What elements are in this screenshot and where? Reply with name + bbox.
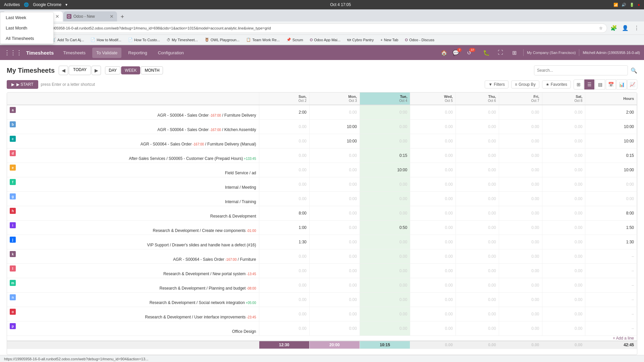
row-letter: l: [10, 265, 16, 272]
calendar-view-button[interactable]: 📅: [606, 79, 616, 89]
table-row[interactable]: d After-Sales Services / S00065 - Custom…: [7, 148, 637, 163]
dropdown-arrow[interactable]: ▾: [65, 2, 67, 7]
debug-icon[interactable]: 🐛: [481, 47, 492, 58]
row-badge: -23:45: [246, 315, 256, 319]
filters-button[interactable]: ▼ Filters: [485, 80, 508, 88]
cell-value: 0.00: [309, 278, 360, 293]
nav-timesheets[interactable]: Timesheets: [59, 48, 90, 58]
month-button[interactable]: MONTH: [141, 66, 163, 74]
tab-close-timesheets[interactable]: ✕: [55, 14, 59, 19]
bookmark-howto-modif[interactable]: 📄 How to Modif...: [88, 37, 124, 43]
home-button[interactable]: 🏠: [439, 47, 449, 58]
bookmark-howto-custo[interactable]: 📄 How To Custo...: [125, 37, 163, 43]
cell-value: 0.00: [360, 134, 410, 148]
timer-icon: ⏱: [167, 38, 170, 42]
today-button[interactable]: TODAY: [69, 66, 91, 75]
bookmark-teamwork[interactable]: 📋 Team Work Re...: [244, 37, 282, 43]
table-row[interactable]: g Internal / Training 0.00 0:00 0.00 0.0…: [7, 192, 637, 206]
table-row[interactable]: k AGR - S00064 - Sales Order -167:00 / F…: [7, 249, 637, 264]
total-thu: 0.00: [455, 341, 499, 349]
user-name[interactable]: Mitchell Admin (19905958-16-0-all): [583, 51, 640, 55]
nav-to-validate[interactable]: To Validate Last Week Last Month All Tim…: [92, 48, 121, 58]
bookmark-addtocart[interactable]: 🛒 Add To Cart Aj...: [49, 37, 87, 43]
address-bar[interactable]: 🔒 19905958-16-0-all.runbot52.odoo.com/we…: [37, 23, 607, 33]
favorites-label: Favorites: [551, 82, 567, 87]
group-by-button[interactable]: ≡ Group By: [511, 80, 539, 88]
toolbar-right: ▼ Filters ≡ Group By ★ Favorites ⊞ ☰ ▤ 📅…: [485, 79, 637, 89]
search-icon[interactable]: 🔍: [631, 67, 637, 74]
battery-icon: 🔋: [630, 3, 634, 7]
kanban-view-button[interactable]: ⊞: [574, 79, 584, 89]
odoo-grid-icon[interactable]: ⋮⋮⋮: [4, 49, 22, 56]
desc-cell: o Research & Development / User interfac…: [7, 307, 259, 321]
form-view-button[interactable]: ▤: [595, 79, 605, 89]
table-row[interactable]: h Research & Development 8:00 0.00 0.00 …: [7, 206, 637, 221]
discuss-button[interactable]: 💬7: [453, 47, 464, 58]
table-row[interactable]: o Research & Development / User interfac…: [7, 307, 637, 321]
graph-view-button[interactable]: 📈: [627, 79, 637, 89]
cell-value: 0.00: [499, 120, 542, 134]
table-row[interactable]: e Field Service / ad 0.00 0.00 10:00 0.0…: [7, 163, 637, 177]
bookmark-label-odoo-app: Odoo App Mai...: [314, 38, 340, 42]
favorites-button[interactable]: ★ Favorites: [542, 80, 571, 88]
add-line-button[interactable]: + Add a line: [610, 335, 637, 342]
odoo-app-name[interactable]: Timesheets: [26, 50, 54, 56]
grid-view-icon[interactable]: ⊞: [509, 47, 520, 58]
fullscreen-icon[interactable]: ⛶: [495, 47, 506, 58]
bookmark-mytimesheet[interactable]: ⏱ My Timesheet...: [164, 37, 201, 43]
table-row[interactable]: i Research & Development / Create new co…: [7, 221, 637, 235]
table-row[interactable]: m Research & Development / Planning and …: [7, 278, 637, 293]
cell-value: 0.00: [499, 221, 542, 235]
more-menu[interactable]: ⋮: [632, 23, 641, 33]
bookmark-star[interactable]: ☆: [599, 26, 603, 31]
activities-label[interactable]: Activities: [4, 2, 20, 7]
bookmark-odoo-app[interactable]: O Odoo App Mai...: [307, 37, 343, 43]
cell-value: 0.00: [542, 105, 585, 120]
table-row[interactable]: a AGR - S00064 - Sales Order -167:00 / F…: [7, 105, 637, 120]
bookmark-newtab[interactable]: + New Tab: [378, 37, 401, 43]
next-period-button[interactable]: ▶: [92, 66, 101, 75]
tab-close-new[interactable]: ✕: [110, 14, 114, 19]
extensions-icon[interactable]: 🧩: [609, 23, 619, 33]
week-button[interactable]: WEEK: [121, 66, 140, 74]
profile-icon[interactable]: 👤: [621, 23, 630, 33]
play-icon: ▶: [11, 82, 14, 87]
prev-period-button[interactable]: ◀: [59, 66, 68, 75]
row-badge: +05:00: [245, 301, 256, 305]
table-row[interactable]: b AGR - S00064 - Sales Order -167:00 / K…: [7, 120, 637, 134]
bookmark-scrum[interactable]: 📌 Scrum: [284, 37, 306, 43]
cell-value: 0.00: [499, 264, 542, 278]
table-row[interactable]: l Research & Development / New portal sy…: [7, 264, 637, 278]
table-row[interactable]: p Office Design 0.00 0:00 0.00 0.00 0.00…: [7, 321, 637, 336]
cell-value: 0.00: [309, 307, 360, 321]
table-row[interactable]: j VIP Support / Drawer's slides and hand…: [7, 235, 637, 249]
table-row[interactable]: c AGR - S00064 - Sales Order -167:00 / F…: [7, 134, 637, 148]
os-system-icons: 📶 🔊 🔋 ●: [613, 3, 640, 7]
view-switcher: ⊞ ☰ ▤ 📅 📊 📈: [574, 79, 637, 89]
row-desc: AGR - S00064 - Sales Order -167:00 / Fur…: [141, 142, 256, 146]
start-button[interactable]: ▶ ▶ START: [7, 80, 38, 89]
bookmark-discuss[interactable]: O Odoo - Discuss: [402, 37, 437, 43]
day-button[interactable]: DAY: [105, 66, 120, 74]
search-input[interactable]: [534, 65, 628, 75]
cell-value: 10:00: [360, 163, 410, 177]
table-row[interactable]: n Research & Development / Social networ…: [7, 293, 637, 307]
new-tab-button[interactable]: +: [118, 12, 127, 21]
tab-odoo-new[interactable]: O Odoo - New ✕: [63, 11, 117, 21]
cell-value: 0.00: [360, 264, 410, 278]
page-header: My Timesheets ◀ TODAY ▶ DAY WEEK MONTH 🔍: [7, 65, 637, 75]
nav-configuration[interactable]: Configuration: [154, 48, 188, 58]
pivot-view-button[interactable]: 📊: [616, 79, 627, 89]
bookmark-owl[interactable]: 🦉 OWL Playgroun...: [202, 37, 242, 43]
bookmark-cybro[interactable]: 🍽 Cybro Pantry: [344, 37, 376, 43]
row-desc: After-Sales Services / S00065 - Customer…: [129, 156, 256, 161]
total-sat: 0.00: [542, 341, 585, 349]
list-view-button[interactable]: ☰: [584, 79, 594, 89]
update-button[interactable]: ↺37: [467, 47, 478, 58]
desc-cell: n Research & Development / Social networ…: [7, 293, 259, 307]
cell-value: 0.00: [455, 177, 499, 192]
cell-hours: 10:00: [585, 163, 637, 177]
nav-reporting[interactable]: Reporting: [124, 48, 151, 58]
table-row[interactable]: f Internal / Meeting 0.00 0:00 0.00 0.00…: [7, 177, 637, 192]
cell-value: 0.00: [410, 105, 456, 120]
